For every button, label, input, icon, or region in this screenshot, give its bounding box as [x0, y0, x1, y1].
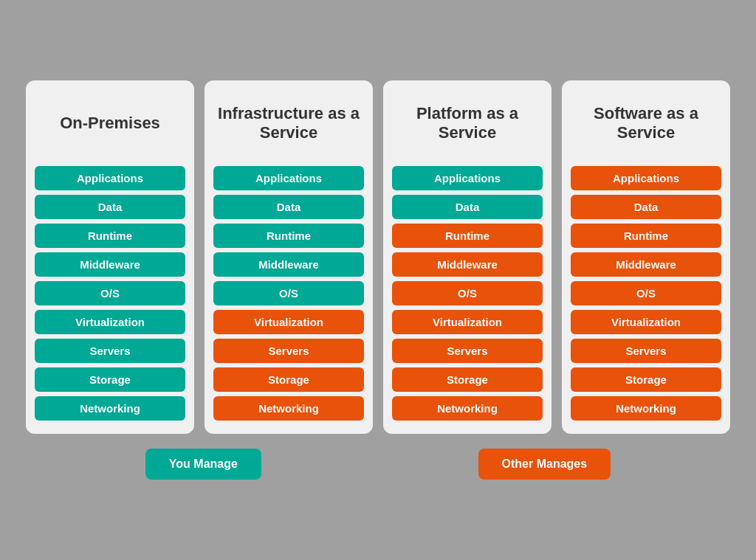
stack-item-3-6: Servers [571, 339, 721, 363]
column-title-1: Infrastructure as a Service [213, 94, 364, 153]
stack-3: ApplicationsDataRuntimeMiddlewareO/SVirt… [571, 166, 721, 421]
stack-item-0-7: Storage [35, 367, 185, 392]
stack-item-1-5: Virtualization [213, 310, 364, 334]
stack-item-0-2: Runtime [35, 224, 185, 248]
column-card-3: Software as a ServiceApplicationsDataRun… [562, 80, 730, 434]
other-manages-button[interactable]: Other Manages [478, 449, 611, 480]
you-manage-button[interactable]: You Manage [145, 449, 261, 480]
column-title-0: On-Premises [60, 94, 160, 153]
column-card-1: Infrastructure as a ServiceApplicationsD… [205, 80, 373, 434]
columns-row: On-PremisesApplicationsDataRuntimeMiddle… [7, 80, 749, 434]
column-title-2: Platform as a Service [392, 94, 543, 153]
stack-item-1-6: Servers [213, 339, 364, 363]
stack-item-3-4: O/S [571, 281, 721, 305]
stack-item-1-0: Applications [213, 166, 364, 190]
stack-item-1-3: Middleware [213, 252, 364, 277]
stack-item-1-4: O/S [213, 281, 364, 305]
legend-row: You Manage Other Manages [7, 449, 749, 480]
stack-item-2-1: Data [392, 195, 543, 219]
stack-item-0-6: Servers [35, 339, 185, 363]
stack-item-3-2: Runtime [571, 224, 721, 248]
stack-item-3-3: Middleware [571, 252, 721, 277]
stack-item-2-7: Storage [392, 367, 543, 392]
column-card-0: On-PremisesApplicationsDataRuntimeMiddle… [26, 80, 194, 434]
stack-item-1-1: Data [213, 195, 364, 219]
stack-2: ApplicationsDataRuntimeMiddlewareO/SVirt… [392, 166, 543, 421]
stack-item-3-7: Storage [571, 367, 721, 392]
main-container: On-PremisesApplicationsDataRuntimeMiddle… [0, 66, 756, 494]
stack-item-2-3: Middleware [392, 252, 543, 277]
stack-item-0-4: O/S [35, 281, 185, 305]
column-title-3: Software as a Service [571, 94, 721, 153]
stack-item-2-2: Runtime [392, 224, 543, 248]
stack-1: ApplicationsDataRuntimeMiddlewareO/SVirt… [213, 166, 364, 421]
stack-item-2-8: Networking [392, 396, 543, 421]
stack-item-0-0: Applications [35, 166, 185, 190]
stack-item-2-4: O/S [392, 281, 543, 305]
column-card-2: Platform as a ServiceApplicationsDataRun… [383, 80, 551, 434]
stack-0: ApplicationsDataRuntimeMiddlewareO/SVirt… [35, 166, 185, 421]
stack-item-3-1: Data [571, 195, 721, 219]
stack-item-0-3: Middleware [35, 252, 185, 277]
stack-item-2-5: Virtualization [392, 310, 543, 334]
stack-item-0-5: Virtualization [35, 310, 185, 334]
stack-item-1-7: Storage [213, 367, 364, 392]
stack-item-3-8: Networking [571, 396, 721, 421]
stack-item-1-8: Networking [213, 396, 364, 421]
stack-item-3-0: Applications [571, 166, 721, 190]
stack-item-1-2: Runtime [213, 224, 364, 248]
stack-item-2-6: Servers [392, 339, 543, 363]
stack-item-3-5: Virtualization [571, 310, 721, 334]
stack-item-0-8: Networking [35, 396, 185, 421]
stack-item-2-0: Applications [392, 166, 543, 190]
stack-item-0-1: Data [35, 195, 185, 219]
